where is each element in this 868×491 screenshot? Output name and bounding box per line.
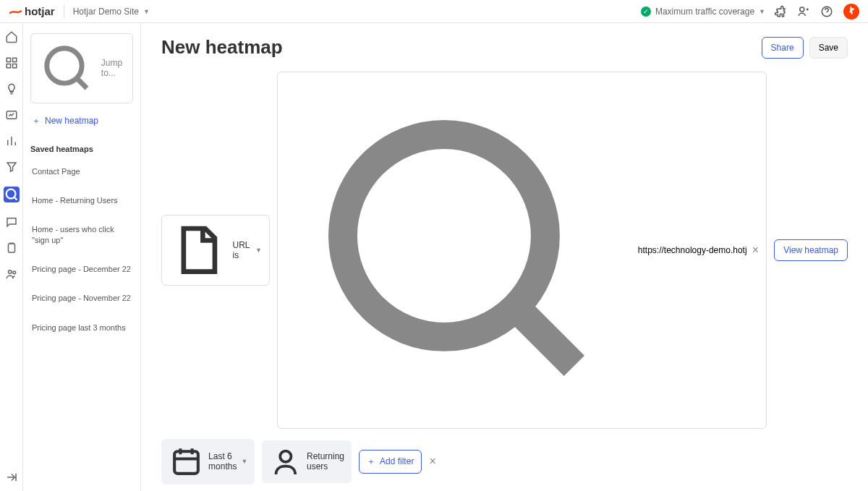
url-input-wrap: × [277, 72, 767, 429]
trend-icon[interactable] [5, 108, 18, 121]
date-filter[interactable]: Last 6 months ▼ [161, 439, 255, 484]
sidebar-item[interactable]: Pricing page last 3 months [30, 317, 133, 338]
chevron-down-icon: ▼ [759, 8, 765, 15]
svg-point-0 [800, 7, 804, 12]
plus-icon: ＋ [32, 115, 41, 127]
grid-icon[interactable] [5, 56, 18, 69]
icon-rail [0, 23, 23, 491]
svg-rect-13 [174, 451, 198, 474]
svg-rect-4 [7, 64, 10, 68]
page-icon [169, 221, 227, 279]
flame-icon: ⁓ [8, 3, 22, 20]
sidebar-item[interactable]: Home - Returning Users [30, 189, 133, 211]
new-heatmap-button[interactable]: ＋ New heatmap [30, 111, 133, 132]
collapse-icon[interactable] [5, 471, 18, 484]
jump-input[interactable]: Jump to... [30, 33, 133, 103]
search-icon [285, 77, 632, 424]
check-icon: ✓ [641, 7, 651, 17]
bulb-icon[interactable] [5, 82, 18, 95]
svg-point-11 [47, 48, 82, 83]
chevron-down-icon: ▼ [143, 8, 150, 15]
sidebar-item[interactable]: Pricing page - December 22 [30, 258, 133, 280]
svg-point-10 [12, 271, 15, 274]
coverage-selector[interactable]: ✓ Maximum traffic coverage ▼ [641, 7, 765, 17]
help-icon[interactable] [820, 5, 833, 18]
saved-heatmaps-heading: Saved heatmaps [30, 145, 133, 153]
svg-rect-3 [12, 58, 16, 61]
url-input[interactable] [638, 245, 746, 255]
logo[interactable]: ⁓ hotjar [9, 4, 55, 20]
svg-rect-5 [12, 64, 16, 68]
svg-point-12 [343, 135, 545, 337]
brand-text: hotjar [25, 5, 55, 17]
top-icons [774, 4, 859, 20]
avatar[interactable] [843, 4, 859, 20]
chevron-down-icon: ▼ [241, 458, 247, 465]
search-icon [37, 38, 97, 98]
svg-point-14 [281, 451, 292, 461]
sidebar-item[interactable]: Home - users who click "sign up" [30, 218, 133, 251]
home-icon[interactable] [5, 30, 18, 43]
svg-rect-8 [8, 244, 14, 252]
extension-icon[interactable] [774, 5, 787, 18]
divider [64, 5, 64, 18]
user-filter[interactable]: Returning users [262, 440, 352, 484]
header: New heatmap Share Save [141, 23, 868, 66]
clear-icon[interactable]: × [752, 244, 759, 257]
filter-row-1: URL is ▼ × View heatmap [141, 66, 868, 439]
sidebar-item[interactable]: Pricing page - November 22 [30, 287, 133, 309]
save-button[interactable]: Save [809, 37, 848, 59]
svg-rect-2 [7, 58, 10, 61]
heatmap-icon[interactable] [4, 187, 20, 202]
svg-point-7 [6, 189, 15, 199]
filter-row-2: Last 6 months ▼ Returning users ＋ Add fi… [141, 439, 868, 491]
clipboard-icon[interactable] [5, 242, 18, 255]
share-button[interactable]: Share [762, 37, 804, 59]
calendar-icon [169, 444, 204, 479]
user-icon [269, 445, 302, 479]
main: New heatmap Share Save URL is ▼ × View h… [141, 23, 868, 491]
svg-point-9 [8, 270, 12, 274]
funnel-icon[interactable] [5, 161, 18, 174]
add-filter-button[interactable]: ＋ Add filter [359, 450, 422, 474]
user-add-icon[interactable] [797, 5, 810, 18]
site-selector[interactable]: Hotjar Demo Site ▼ [73, 7, 150, 17]
top-bar: ⁓ hotjar Hotjar Demo Site ▼ ✓ Maximum tr… [0, 0, 868, 23]
sidebar-item[interactable]: Contact Page [30, 161, 133, 182]
view-heatmap-button[interactable]: View heatmap [774, 239, 848, 261]
chevron-down-icon: ▼ [255, 247, 262, 254]
chat-icon[interactable] [5, 215, 18, 229]
clear-filters-icon[interactable]: × [429, 455, 435, 468]
users-icon[interactable] [5, 268, 18, 281]
page-title: New heatmap [161, 36, 283, 59]
plus-icon: ＋ [367, 456, 375, 468]
url-mode-select[interactable]: URL is ▼ [161, 215, 270, 286]
sidebar: Jump to... ＋ New heatmap Saved heatmaps … [23, 23, 141, 491]
bars-icon[interactable] [5, 135, 18, 148]
